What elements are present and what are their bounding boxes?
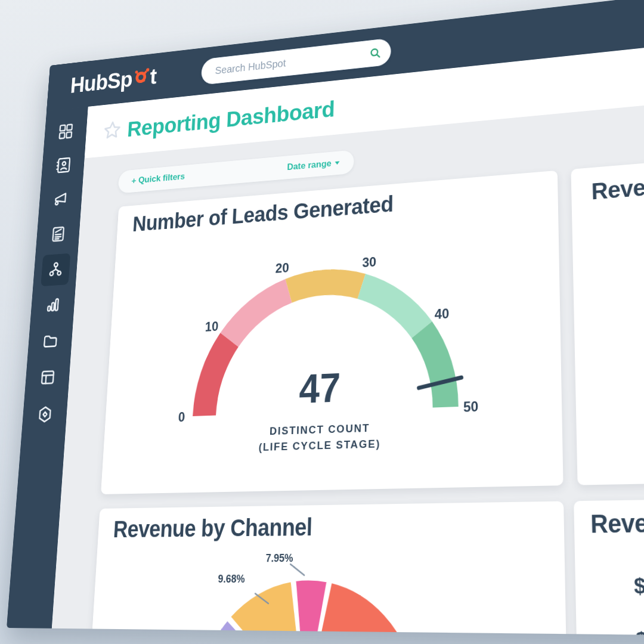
megaphone-icon: [52, 190, 70, 209]
bar-chart-icon: [44, 295, 61, 315]
folder-icon: [41, 331, 59, 351]
svg-text:47: 47: [299, 364, 341, 411]
svg-text:30: 30: [362, 254, 376, 270]
sidebar-item-reports[interactable]: [30, 287, 76, 321]
svg-text:50: 50: [463, 398, 478, 416]
sidebar-item-marketing[interactable]: [38, 182, 82, 216]
stat-value: $: [633, 573, 644, 599]
card-revenue-bottom-right: Reve $ $: [574, 497, 644, 635]
card-title: Revenue by Channel: [113, 513, 312, 543]
svg-text:DISTINCT COUNT: DISTINCT COUNT: [270, 422, 370, 437]
sidebar-item-workflows[interactable]: [33, 252, 78, 286]
stat-value: $: [635, 627, 644, 636]
chevron-down-icon: [335, 161, 340, 165]
hubspot-logo: HubSp t: [69, 60, 157, 102]
sprocket-icon: [131, 64, 151, 86]
search-icon[interactable]: [369, 45, 382, 61]
svg-text:9.68%: 9.68%: [218, 573, 245, 585]
sidebar-navigation: [7, 61, 91, 628]
org-chart-icon: [47, 259, 64, 279]
quick-filters-button[interactable]: + Quick filters: [131, 171, 185, 186]
layout-icon: [38, 367, 57, 388]
card-title: Reve: [590, 509, 644, 538]
sidebar-item-dashboards[interactable]: [44, 114, 88, 148]
card-revenue-top-right: Reve: [571, 150, 644, 485]
search-input[interactable]: [214, 47, 369, 77]
hexagon-icon: [36, 404, 54, 425]
date-range-dropdown[interactable]: Date range: [287, 157, 339, 173]
date-range-label: Date range: [287, 158, 332, 172]
hubspot-app-window: HubSp t: [7, 0, 644, 635]
card-title: Reve: [591, 175, 644, 205]
logo-text-left: HubSp: [70, 67, 133, 98]
sidebar-item-files[interactable]: [27, 324, 73, 358]
svg-text:20: 20: [275, 260, 290, 276]
svg-text:7.95%: 7.95%: [265, 552, 293, 564]
svg-text:(LIFE CYCLE STAGE): (LIFE CYCLE STAGE): [258, 437, 380, 453]
sidebar-item-content[interactable]: [36, 217, 80, 251]
sidebar-item-layouts[interactable]: [24, 360, 70, 395]
svg-text:10: 10: [205, 318, 218, 335]
svg-text:0: 0: [178, 409, 185, 425]
filter-bar: + Quick filters Date range: [118, 150, 354, 193]
grid-icon: [57, 122, 74, 141]
sidebar-item-settings[interactable]: [21, 397, 67, 432]
document-icon: [49, 224, 67, 244]
card-revenue-by-channel: 7.95%9.68% Revenue by Channel: [91, 501, 566, 636]
card-leads-gauge: Number of Leads Generated 0102030405047D…: [101, 171, 564, 494]
svg-text:40: 40: [435, 305, 450, 322]
contacts-book-icon: [54, 156, 72, 175]
sidebar-item-contacts[interactable]: [41, 148, 85, 182]
page-background: HubSp t: [0, 0, 644, 644]
favorite-star-icon[interactable]: [101, 119, 123, 143]
